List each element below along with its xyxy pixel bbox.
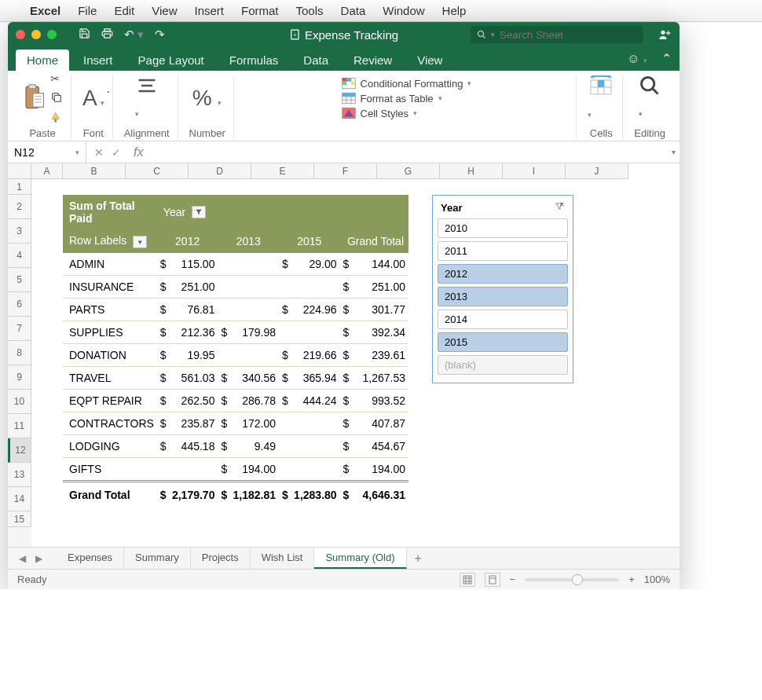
expand-formula-icon[interactable]: ▾ (667, 148, 680, 156)
row-header-5[interactable]: 5 (8, 268, 31, 292)
tab-view[interactable]: View (406, 49, 453, 71)
table-row[interactable]: LODGING$445.18$9.49$454.67 (63, 435, 408, 458)
zoom-slider[interactable] (525, 578, 619, 581)
table-row[interactable]: EQPT REPAIR$262.50$286.78$444.24$993.52 (63, 390, 408, 412)
share-icon[interactable] (658, 28, 672, 41)
sheet-tab-wish-list[interactable]: Wish List (251, 548, 315, 569)
sheet-tab-projects[interactable]: Projects (191, 548, 251, 569)
name-box[interactable]: N12 ▾ (8, 141, 86, 163)
fx-icon[interactable]: fx (129, 145, 148, 159)
accept-formula-icon[interactable]: ✓ (112, 146, 121, 159)
close-icon[interactable] (16, 30, 25, 39)
menu-file[interactable]: File (78, 4, 97, 17)
row-header-14[interactable]: 14 (8, 487, 31, 511)
format-as-table-button[interactable]: Format as Table▾ (342, 92, 472, 104)
alignment-icon[interactable]: ▾ (135, 75, 159, 122)
table-row[interactable]: PARTS$76.81$224.96$301.77 (63, 299, 408, 321)
print-icon[interactable] (101, 27, 113, 42)
menu-data[interactable]: Data (341, 4, 366, 17)
sheet-grid[interactable]: Sum of Total Paid Year Row Labels (31, 179, 676, 547)
col-header-F[interactable]: F (314, 163, 377, 179)
redo-icon[interactable]: ↷ (155, 27, 165, 42)
table-row[interactable]: CONTRACTORS$235.87$172.00$407.87 (63, 412, 408, 435)
smiley-feedback-icon[interactable]: ☺ ▾ (627, 52, 647, 66)
sheet-tab-summary-old-[interactable]: Summary (Old) (314, 548, 406, 569)
row-header-1[interactable]: 1 (8, 179, 31, 195)
slicer-item-2015[interactable]: 2015 (438, 332, 568, 352)
row-header-13[interactable]: 13 (8, 463, 31, 487)
search-input[interactable] (500, 29, 610, 41)
table-row[interactable]: INSURANCE$251.00$251.00 (63, 276, 408, 299)
tab-home[interactable]: Home (16, 49, 69, 71)
slicer-clear-filter-icon[interactable] (554, 202, 565, 214)
sheet-nav-next-icon[interactable]: ▶ (31, 553, 47, 564)
col-header-G[interactable]: G (377, 163, 440, 179)
search-sheet[interactable]: ▾ (471, 26, 643, 43)
minimize-icon[interactable] (31, 30, 41, 39)
tab-page-layout[interactable]: Page Layout (127, 49, 215, 71)
slicer-item-2014[interactable]: 2014 (438, 310, 568, 329)
row-header-9[interactable]: 9 (8, 365, 31, 390)
view-normal-icon[interactable] (460, 573, 475, 587)
table-row[interactable]: DONATION$19.95$219.66$239.61 (63, 344, 408, 367)
conditional-formatting-button[interactable]: Conditional Formatting▾ (342, 77, 472, 90)
select-all-corner[interactable] (8, 163, 31, 179)
undo-icon[interactable]: ↶ ▾ (124, 27, 144, 42)
pivot-table[interactable]: Sum of Total Paid Year Row Labels (63, 195, 408, 508)
col-header-D[interactable]: D (189, 163, 251, 179)
slicer-item-2012[interactable]: 2012 (438, 264, 568, 284)
row-header-3[interactable]: 3 (8, 219, 31, 244)
tab-formulas[interactable]: Formulas (218, 49, 290, 71)
row-header-12[interactable]: 12 (8, 438, 31, 463)
menu-edit[interactable]: Edit (114, 4, 134, 17)
slicer-item-blank[interactable]: (blank) (438, 355, 568, 375)
format-painter-icon[interactable] (50, 110, 63, 124)
zoom-out-icon[interactable]: − (510, 574, 516, 585)
slicer-item-2010[interactable]: 2010 (438, 218, 568, 238)
editing-icon[interactable]: ▾ (639, 75, 661, 122)
add-sheet-button[interactable]: + (407, 548, 430, 569)
col-header-B[interactable]: B (63, 163, 126, 179)
tab-data[interactable]: Data (292, 49, 339, 71)
year-filter-icon[interactable] (192, 206, 206, 218)
paste-icon[interactable] (22, 83, 46, 113)
row-header-6[interactable]: 6 (8, 292, 31, 317)
slicer-item-2011[interactable]: 2011 (438, 241, 568, 261)
font-icon[interactable]: A･▾ (82, 86, 104, 111)
table-row[interactable]: ADMIN$115.00$29.00$144.00 (63, 253, 408, 276)
row-header-8[interactable]: 8 (8, 341, 31, 365)
col-header-I[interactable]: I (503, 163, 566, 179)
sheet-tab-expenses[interactable]: Expenses (57, 548, 124, 569)
col-header-J[interactable]: J (566, 163, 628, 179)
save-icon[interactable] (79, 27, 90, 42)
row-header-2[interactable]: 2 (8, 195, 31, 219)
col-header-C[interactable]: C (126, 163, 189, 179)
menu-help[interactable]: Help (442, 4, 467, 17)
maximize-icon[interactable] (47, 30, 57, 39)
col-header-H[interactable]: H (440, 163, 503, 179)
collapse-ribbon-icon[interactable]: ⌃ (661, 51, 672, 66)
row-header-7[interactable]: 7 (8, 317, 31, 341)
table-row[interactable]: GIFTS$194.00$194.00 (63, 458, 408, 482)
tab-review[interactable]: Review (343, 49, 403, 71)
formula-input[interactable] (148, 141, 667, 163)
menu-insert[interactable]: Insert (194, 4, 224, 17)
slicer-item-2013[interactable]: 2013 (438, 287, 568, 306)
copy-icon[interactable] (50, 91, 63, 104)
row-header-11[interactable]: 11 (8, 414, 31, 438)
menu-window[interactable]: Window (383, 4, 424, 17)
year-slicer[interactable]: Year 201020112012201320142015(blank) (432, 195, 573, 383)
cells-icon[interactable]: ▾ (588, 74, 614, 123)
cancel-formula-icon[interactable]: ✕ (94, 146, 104, 159)
table-row[interactable]: TRAVEL$561.03$340.56$365.94$1,267.53 (63, 367, 408, 390)
row-labels-filter-icon[interactable]: ▾ (133, 236, 147, 248)
row-header-15[interactable]: 15 (8, 511, 31, 527)
row-header-4[interactable]: 4 (8, 244, 31, 268)
col-header-E[interactable]: E (251, 163, 314, 179)
row-header-10[interactable]: 10 (8, 390, 31, 414)
menu-tools[interactable]: Tools (296, 4, 324, 17)
number-icon[interactable]: % ▾ (192, 86, 222, 111)
cut-icon[interactable]: ✂ (50, 72, 63, 85)
col-header-A[interactable]: A (31, 163, 63, 179)
app-name[interactable]: Excel (30, 4, 60, 17)
